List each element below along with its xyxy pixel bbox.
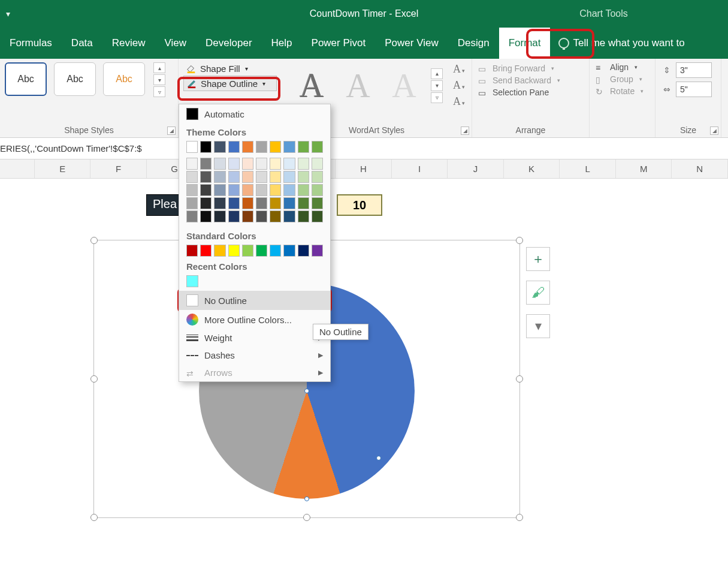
send-backward-button[interactable]: ▭Send Backward▾: [477, 74, 584, 86]
align-button[interactable]: ≡Align▾: [594, 61, 650, 73]
col-header-h[interactable]: H: [336, 159, 392, 178]
tab-review[interactable]: Review: [102, 28, 155, 59]
color-swatch[interactable]: [312, 210, 323, 222]
color-swatch[interactable]: [200, 171, 212, 183]
color-swatch[interactable]: [298, 210, 309, 222]
series-point-handle[interactable]: [304, 389, 309, 393]
gallery-expand-icon[interactable]: ▿: [431, 92, 443, 103]
color-swatch[interactable]: [186, 245, 198, 257]
color-swatch[interactable]: [242, 158, 253, 170]
color-swatch[interactable]: [298, 158, 309, 170]
text-fill-button[interactable]: A▾: [451, 62, 467, 76]
color-swatch[interactable]: [186, 141, 198, 153]
color-swatch[interactable]: [242, 197, 253, 209]
resize-handle[interactable]: [516, 375, 523, 383]
col-header-i[interactable]: I: [392, 159, 448, 178]
color-swatch[interactable]: [283, 141, 295, 153]
color-swatch[interactable]: [298, 141, 309, 153]
col-header-k[interactable]: K: [504, 159, 560, 178]
color-swatch[interactable]: [186, 158, 198, 170]
color-swatch[interactable]: [283, 158, 295, 170]
color-swatch[interactable]: [270, 158, 281, 170]
color-swatch[interactable]: [200, 158, 212, 170]
shape-style-preset-2[interactable]: Abc: [54, 62, 96, 96]
col-header-blank[interactable]: [0, 159, 35, 178]
selection-pane-button[interactable]: ▭Selection Pane: [477, 86, 584, 98]
color-swatch[interactable]: [312, 184, 323, 196]
color-swatch[interactable]: [270, 141, 281, 153]
tab-format[interactable]: Format: [499, 28, 551, 59]
shape-fill-button[interactable]: Shape Fill▾: [183, 61, 277, 76]
color-swatch[interactable]: [228, 210, 240, 222]
resize-handle[interactable]: [303, 514, 310, 521]
color-swatch[interactable]: [256, 141, 267, 153]
color-swatch[interactable]: [270, 210, 281, 222]
tab-formulas[interactable]: Formulas: [0, 28, 62, 59]
chart-elements-button[interactable]: ＋: [526, 247, 550, 271]
worksheet-area[interactable]: Plea 10 ＋ 🖌 ▾: [0, 179, 728, 574]
scroll-down-icon[interactable]: ▾: [431, 80, 443, 91]
color-swatch[interactable]: [312, 197, 323, 209]
color-swatch[interactable]: [228, 171, 240, 183]
color-swatch[interactable]: [186, 275, 198, 287]
color-swatch[interactable]: [214, 171, 225, 183]
scroll-down-icon[interactable]: ▾: [153, 74, 165, 85]
tab-developer[interactable]: Developer: [196, 28, 262, 59]
resize-handle[interactable]: [90, 514, 98, 521]
tab-data[interactable]: Data: [62, 28, 102, 59]
formula-bar[interactable]: ERIES(,,'CountDown Timer'!$C$7:$: [0, 138, 728, 159]
tell-me[interactable]: Tell me what you want to: [550, 28, 684, 59]
wordart-preset-2[interactable]: A: [337, 65, 379, 107]
bring-forward-button[interactable]: ▭Bring Forward▾: [477, 62, 584, 74]
color-swatch[interactable]: [214, 184, 225, 196]
color-swatch[interactable]: [256, 197, 267, 209]
text-outline-button[interactable]: A▾: [451, 79, 467, 92]
scroll-up-icon[interactable]: ▴: [431, 68, 443, 79]
color-swatch[interactable]: [270, 171, 281, 183]
col-header-n[interactable]: N: [672, 159, 728, 178]
col-header-e[interactable]: E: [35, 159, 91, 178]
weight-submenu[interactable]: Weight ▶: [179, 329, 330, 347]
resize-handle[interactable]: [516, 514, 523, 521]
tab-power-pivot[interactable]: Power Pivot: [302, 28, 376, 59]
no-outline-item[interactable]: No Outline: [179, 291, 330, 310]
color-swatch[interactable]: [283, 184, 295, 196]
color-swatch[interactable]: [242, 184, 253, 196]
color-swatch[interactable]: [200, 245, 212, 257]
color-swatch[interactable]: [228, 141, 240, 153]
tab-design[interactable]: Design: [448, 28, 499, 59]
rotate-button[interactable]: ↻Rotate▾: [594, 85, 650, 97]
color-swatch[interactable]: [228, 197, 240, 209]
color-swatch[interactable]: [242, 141, 253, 153]
width-input[interactable]: [676, 82, 712, 97]
color-swatch[interactable]: [214, 197, 225, 209]
color-swatch[interactable]: [283, 171, 295, 183]
color-swatch[interactable]: [256, 184, 267, 196]
text-effects-button[interactable]: A▾: [451, 95, 467, 109]
automatic-color-item[interactable]: Automatic: [179, 104, 330, 124]
color-swatch[interactable]: [228, 245, 240, 257]
resize-handle[interactable]: [516, 237, 523, 244]
wordart-preset-3[interactable]: A: [383, 65, 425, 107]
color-swatch[interactable]: [312, 158, 323, 170]
color-swatch[interactable]: [256, 158, 267, 170]
wordart-launcher-icon[interactable]: ◢: [461, 127, 469, 135]
color-swatch[interactable]: [242, 171, 253, 183]
dashes-submenu[interactable]: Dashes ▶: [179, 347, 330, 364]
color-swatch[interactable]: [298, 245, 309, 257]
color-swatch[interactable]: [270, 245, 281, 257]
resize-handle[interactable]: [90, 237, 98, 244]
color-swatch[interactable]: [270, 184, 281, 196]
group-button[interactable]: ▯Group▾: [594, 73, 650, 85]
color-swatch[interactable]: [186, 184, 198, 196]
shape-style-preset-1[interactable]: Abc: [5, 62, 47, 96]
color-swatch[interactable]: [283, 197, 295, 209]
color-swatch[interactable]: [270, 197, 281, 209]
qat-dropdown-icon[interactable]: ▾: [6, 9, 10, 19]
col-header-m[interactable]: M: [616, 159, 672, 178]
tab-power-view[interactable]: Power View: [375, 28, 448, 59]
color-swatch[interactable]: [186, 171, 198, 183]
color-swatch[interactable]: [242, 245, 253, 257]
color-swatch[interactable]: [256, 210, 267, 222]
color-swatch[interactable]: [312, 171, 323, 183]
